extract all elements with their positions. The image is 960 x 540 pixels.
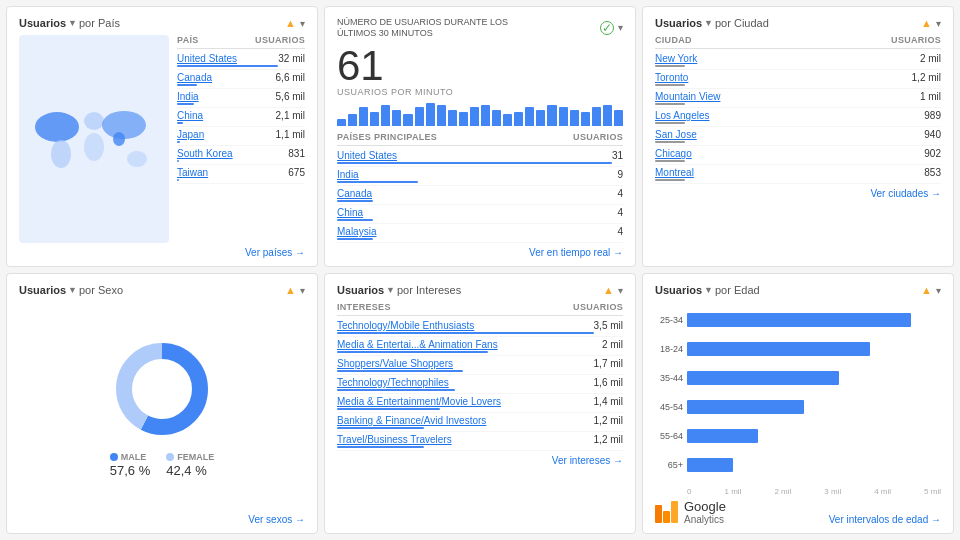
card-interests-title-main[interactable]: Usuarios bbox=[337, 284, 384, 296]
table-row: Technology/Technophiles 1,6 mil bbox=[337, 375, 623, 394]
x-axis-label: 5 mil bbox=[924, 487, 941, 496]
card-city: Usuarios ▼ por Ciudad ▲ ▾ CIUDAD USUARIO… bbox=[642, 6, 954, 267]
realtime-title-text: NÚMERO DE USUARIOS DURANTE LOS ÚLTIMOS 3… bbox=[337, 17, 537, 39]
city-footer[interactable]: Ver ciudades → bbox=[655, 188, 941, 199]
interests-dropdown-arrow[interactable]: ▼ bbox=[386, 285, 395, 295]
table-row: India 9 bbox=[337, 167, 623, 186]
country-name[interactable]: Taiwan bbox=[177, 167, 288, 178]
country-value: 2,1 mil bbox=[276, 110, 305, 124]
card-city-title: Usuarios ▼ por Ciudad bbox=[655, 17, 769, 29]
age-bar-container bbox=[687, 429, 941, 443]
country-name[interactable]: India bbox=[337, 169, 617, 180]
realtime-col2: USUARIOS bbox=[573, 132, 623, 142]
city-name[interactable]: Montreal bbox=[655, 167, 924, 178]
sex-footer[interactable]: Ver sexos → bbox=[19, 514, 305, 525]
age-row: 25-34 bbox=[655, 313, 941, 327]
country-dropdown-arrow[interactable]: ▼ bbox=[68, 18, 77, 28]
ga-logo: Google Analytics bbox=[655, 500, 726, 525]
interests-footer[interactable]: Ver intereses → bbox=[337, 455, 623, 466]
warning-icon-sex: ▲ bbox=[285, 284, 296, 296]
realtime-col1: PAÍSES PRINCIPALES bbox=[337, 132, 573, 142]
age-dropdown-icon[interactable]: ▾ bbox=[936, 285, 941, 296]
city-name[interactable]: San Jose bbox=[655, 129, 924, 140]
table-row: Taiwan 675 bbox=[177, 165, 305, 184]
interest-name[interactable]: Shoppers/Value Shoppers bbox=[337, 358, 594, 369]
interest-name[interactable]: Technology/Technophiles bbox=[337, 377, 594, 388]
svg-point-5 bbox=[102, 111, 146, 139]
country-name[interactable]: United States bbox=[177, 53, 278, 64]
city-value: 902 bbox=[924, 148, 941, 162]
world-map-svg bbox=[19, 35, 169, 243]
interest-name[interactable]: Media & Entertainment/Movie Lovers bbox=[337, 396, 594, 407]
warning-icon-age: ▲ bbox=[921, 284, 932, 296]
male-dot bbox=[110, 453, 118, 461]
realtime-footer[interactable]: Ver en tiempo real → bbox=[337, 247, 623, 258]
card-country-icons: ▲ ▾ bbox=[285, 17, 305, 29]
card-city-title-main[interactable]: Usuarios bbox=[655, 17, 702, 29]
card-sex-icons: ▲ ▾ bbox=[285, 284, 305, 296]
country-name[interactable]: South Korea bbox=[177, 148, 288, 159]
svg-point-1 bbox=[35, 112, 79, 142]
sex-dropdown-icon[interactable]: ▾ bbox=[300, 285, 305, 296]
realtime-table-header: PAÍSES PRINCIPALES USUARIOS bbox=[337, 132, 623, 146]
country-name[interactable]: Japan bbox=[177, 129, 276, 140]
interest-name[interactable]: Banking & Finance/Avid Investors bbox=[337, 415, 594, 426]
country-name[interactable]: China bbox=[337, 207, 617, 218]
city-name[interactable]: Mountain View bbox=[655, 91, 920, 102]
interest-value: 3,5 mil bbox=[594, 320, 623, 334]
age-label: 45-54 bbox=[655, 402, 683, 412]
warning-icon: ▲ bbox=[285, 17, 296, 29]
age-footer[interactable]: Ver intervalos de edad → bbox=[829, 514, 941, 525]
city-name[interactable]: Toronto bbox=[655, 72, 912, 83]
city-name[interactable]: New York bbox=[655, 53, 920, 64]
city-col2: USUARIOS bbox=[891, 35, 941, 45]
city-value: 989 bbox=[924, 110, 941, 124]
age-bar bbox=[687, 400, 804, 414]
country-name[interactable]: India bbox=[177, 91, 276, 102]
country-dropdown-icon[interactable]: ▾ bbox=[300, 18, 305, 29]
city-name[interactable]: Los Angeles bbox=[655, 110, 924, 121]
realtime-number: 61 bbox=[337, 45, 623, 87]
country-name[interactable]: Canada bbox=[177, 72, 276, 83]
country-name[interactable]: Malaysia bbox=[337, 226, 617, 237]
dashboard: Usuarios ▼ por País ▲ ▾ bbox=[0, 0, 960, 540]
age-footer-row: Google Analytics Ver intervalos de edad … bbox=[655, 496, 941, 525]
table-row: Japan 1,1 mil bbox=[177, 127, 305, 146]
country-footer[interactable]: Ver países → bbox=[19, 247, 305, 258]
age-dropdown-arrow[interactable]: ▼ bbox=[704, 285, 713, 295]
country-name[interactable]: Canada bbox=[337, 188, 617, 199]
card-country-title-main[interactable]: Usuarios bbox=[19, 17, 66, 29]
map-container: PAÍS USUARIOS United States 32 mil Canad… bbox=[19, 35, 305, 243]
card-age-title-main[interactable]: Usuarios bbox=[655, 284, 702, 296]
interest-name[interactable]: Travel/Business Travelers bbox=[337, 434, 594, 445]
city-dropdown-arrow[interactable]: ▼ bbox=[704, 18, 713, 28]
svg-point-4 bbox=[84, 133, 104, 161]
city-value: 1 mil bbox=[920, 91, 941, 105]
card-city-header: Usuarios ▼ por Ciudad ▲ ▾ bbox=[655, 17, 941, 29]
card-interests-icons: ▲ ▾ bbox=[603, 284, 623, 296]
age-bar-container bbox=[687, 458, 941, 472]
card-interests-title: Usuarios ▼ por Intereses bbox=[337, 284, 461, 296]
realtime-dropdown-icon[interactable]: ▾ bbox=[618, 22, 623, 33]
interest-name[interactable]: Media & Entertai...& Animation Fans bbox=[337, 339, 602, 350]
ga-bar1 bbox=[655, 505, 662, 523]
interest-name[interactable]: Technology/Mobile Enthusiasts bbox=[337, 320, 594, 331]
country-col1: PAÍS bbox=[177, 35, 255, 45]
card-sex-title-main[interactable]: Usuarios bbox=[19, 284, 66, 296]
city-rows: New York 2 mil Toronto 1,2 mil Mountain … bbox=[655, 51, 941, 184]
x-axis-label: 4 mil bbox=[874, 487, 891, 496]
card-country-subtitle: por País bbox=[79, 17, 120, 29]
warning-icon-city: ▲ bbox=[921, 17, 932, 29]
age-bar-container bbox=[687, 313, 941, 327]
country-name[interactable]: China bbox=[177, 110, 276, 121]
svg-point-7 bbox=[113, 132, 125, 146]
city-name[interactable]: Chicago bbox=[655, 148, 924, 159]
table-row: Chicago 902 bbox=[655, 146, 941, 165]
interests-dropdown-icon[interactable]: ▾ bbox=[618, 285, 623, 296]
country-name[interactable]: United States bbox=[337, 150, 612, 161]
age-row: 65+ bbox=[655, 458, 941, 472]
card-country-header: Usuarios ▼ por País ▲ ▾ bbox=[19, 17, 305, 29]
sex-dropdown-arrow[interactable]: ▼ bbox=[68, 285, 77, 295]
card-interests-subtitle: por Intereses bbox=[397, 284, 461, 296]
city-dropdown-icon[interactable]: ▾ bbox=[936, 18, 941, 29]
